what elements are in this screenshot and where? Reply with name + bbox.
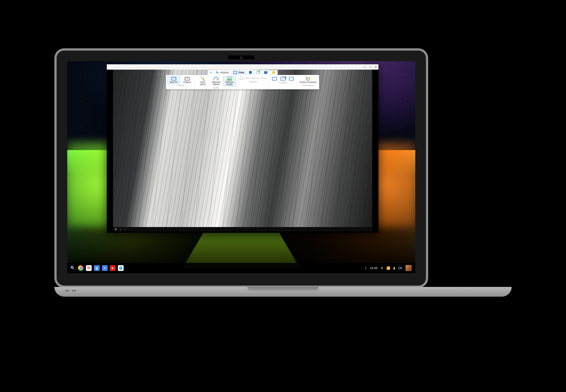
gauge-icon <box>214 77 219 81</box>
chromeos-shelf: 🔍 M g ≡ ▶ 1 14:49 ⇅ 📶 ▮ <box>67 263 415 273</box>
close-button[interactable]: ✕ <box>374 65 377 69</box>
feedback-tab[interactable] <box>270 70 277 75</box>
battery-icon[interactable]: ▮ <box>393 266 395 270</box>
view-tab[interactable]: View <box>231 70 247 75</box>
close-session-tab[interactable]: × <box>208 70 214 75</box>
launcher-button[interactable]: 🔍 <box>70 265 76 271</box>
monitor-secondary-icon <box>281 77 285 81</box>
screens-tab[interactable] <box>254 70 262 75</box>
monitor-1-button[interactable] <box>270 76 279 81</box>
scaling-group: Best Fit Original Scaling <box>166 75 195 89</box>
status-tray[interactable]: 1 14:49 ⇅ 📶 ▮ DE <box>365 265 412 271</box>
minimize-button[interactable]: — <box>363 65 366 69</box>
view-icon <box>234 71 237 74</box>
files-tab[interactable] <box>247 70 254 75</box>
performance-group: Screen resolution Performance <box>297 75 319 89</box>
remote-desktop-view[interactable] <box>113 70 372 227</box>
best-fit-button[interactable]: Best Fit <box>167 76 180 84</box>
monitor-2-button[interactable] <box>279 76 287 81</box>
monitor-all-button[interactable] <box>287 76 296 81</box>
monitors-group-label-2: Monitors <box>279 82 287 84</box>
original-label: Original <box>183 81 191 84</box>
remote-windows-taskbar[interactable]: ⊞ ⌕ ○ <box>113 227 372 231</box>
remote-search-button[interactable]: ⌕ <box>120 228 121 231</box>
best-fit-icon <box>171 77 176 81</box>
original-size-icon <box>185 77 190 81</box>
teamviewer-session-window: — □ ✕ ⊞ ⌕ ○ × <box>107 64 378 233</box>
best-fit-label: Best Fit <box>170 81 178 84</box>
checkbox-icon <box>240 77 243 80</box>
monitor-primary-icon <box>272 77 277 81</box>
screens-icon <box>256 71 259 74</box>
nearby-share-icon[interactable]: ⇅ <box>381 266 383 270</box>
optimize-speed-label: Optimize Speed <box>212 81 220 86</box>
keyboard-locale[interactable]: DE <box>398 266 402 270</box>
monitors-group: Monitors <box>269 75 297 89</box>
teamviewer-app-icon[interactable] <box>118 265 124 271</box>
quality-group: Auto select Optimize Speed Optimize qual… <box>195 75 238 89</box>
auto-select-label: Auto select <box>200 81 206 86</box>
notification-count[interactable]: 1 <box>365 266 367 270</box>
monitors-group-label: Monitors <box>250 81 257 83</box>
cursor-group: Show remote cursor Monitors <box>238 75 269 89</box>
laptop-camera <box>228 56 254 59</box>
original-button[interactable]: Original <box>181 76 194 84</box>
window-titlebar[interactable]: — □ ✕ <box>107 64 378 70</box>
smile-icon <box>272 71 275 74</box>
view-ribbon: Best Fit Original Scaling <box>166 75 319 89</box>
session-tab-strip: × Actions View <box>208 70 278 75</box>
optimize-quality-label: Optimize quality <box>225 81 234 86</box>
chat-icon <box>264 71 267 74</box>
actions-tab[interactable]: Actions <box>214 70 231 75</box>
scaling-group-label: Scaling <box>177 84 184 86</box>
maximize-button[interactable]: □ <box>370 65 371 69</box>
performance-group-label: Performance <box>302 84 314 86</box>
actions-tab-label: Actions <box>220 71 229 74</box>
monitor-all-icon <box>289 77 294 81</box>
user-avatar[interactable] <box>405 265 412 271</box>
close-session-icon: × <box>210 71 211 74</box>
remote-cortana-button[interactable]: ○ <box>124 228 126 231</box>
actions-icon <box>216 71 219 74</box>
docs-app-icon[interactable]: ≡ <box>102 265 108 271</box>
show-remote-cursor-label: Show remote cursor <box>245 77 267 80</box>
auto-select-button[interactable]: Auto select <box>196 76 209 86</box>
optimize-speed-button[interactable]: Optimize Speed <box>210 76 223 86</box>
clock: 14:49 <box>370 266 378 270</box>
magic-wand-icon <box>201 76 205 81</box>
wifi-icon[interactable]: 📶 <box>387 266 390 270</box>
youtube-app-icon[interactable]: ▶ <box>110 265 116 271</box>
quality-group-label: Quality <box>213 87 219 89</box>
optimize-quality-button[interactable]: Optimize quality <box>223 76 236 86</box>
screen-resolution-icon <box>306 77 310 81</box>
screen-resolution-label: Screen resolution <box>299 81 317 84</box>
chrome-app-icon[interactable] <box>78 265 84 271</box>
view-tab-label: View <box>238 71 244 74</box>
screen-resolution-button[interactable]: Screen resolution <box>298 76 318 84</box>
show-remote-cursor-toggle[interactable]: Show remote cursor <box>239 76 268 81</box>
files-icon <box>249 71 252 74</box>
chat-tab[interactable] <box>262 70 270 75</box>
laptop-base <box>54 287 512 297</box>
remote-start-button[interactable]: ⊞ <box>115 228 117 231</box>
google-app-icon[interactable]: g <box>94 265 100 271</box>
gmail-app-icon[interactable]: M <box>86 265 92 271</box>
picture-icon <box>227 77 232 81</box>
